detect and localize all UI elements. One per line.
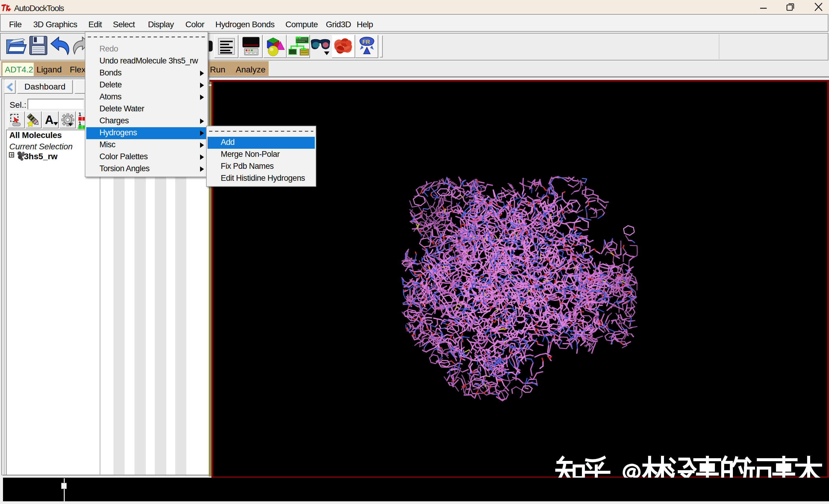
svg-text:FR: FR xyxy=(362,39,370,45)
